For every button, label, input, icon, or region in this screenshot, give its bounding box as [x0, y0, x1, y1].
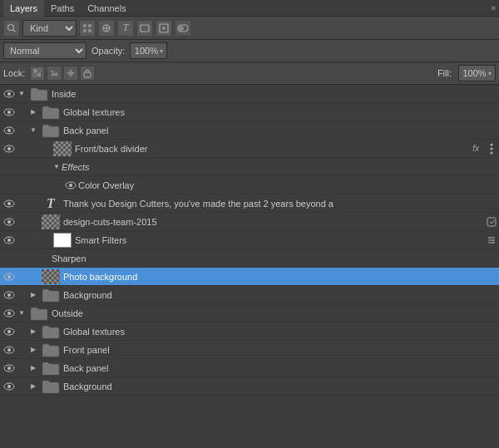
svg-point-56 — [7, 385, 11, 388]
panel-expand-icon[interactable]: » — [491, 3, 496, 12]
layer-name: Outside — [52, 308, 497, 318]
layer-row[interactable]: ▶Smart Filters — [0, 231, 499, 249]
svg-point-20 — [7, 111, 11, 114]
lock-image-btn[interactable] — [47, 66, 62, 81]
layer-row[interactable]: ▶Photo background — [0, 268, 499, 286]
svg-rect-14 — [37, 69, 41, 72]
layer-visibility-toggle[interactable] — [2, 231, 17, 249]
lock-all-btn[interactable] — [80, 66, 95, 81]
layer-name: Global textures — [63, 107, 497, 117]
layer-visibility-toggle[interactable] — [2, 213, 17, 231]
layer-row[interactable]: ▼Effects — [0, 158, 499, 176]
layer-visibility-toggle[interactable] — [2, 121, 17, 140]
search-icon[interactable] — [3, 20, 20, 37]
kind-select[interactable]: Kind — [22, 20, 77, 37]
layer-row[interactable]: ▶Front/back dividerfx — [0, 140, 499, 158]
expand-arrow[interactable]: ▶ — [28, 327, 38, 337]
lock-icons — [30, 66, 95, 81]
expand-arrow[interactable]: ▶ — [28, 345, 38, 355]
layer-row[interactable]: ▶ Global textures — [0, 103, 499, 121]
tab-bar: Layers Paths Channels » — [0, 0, 499, 17]
expand-arrow[interactable]: ▶ — [28, 290, 38, 300]
filter-toolbar: Kind T — [0, 17, 499, 40]
svg-point-36 — [7, 239, 11, 242]
effect-visibility-toggle[interactable] — [63, 176, 78, 194]
layer-name: Front panel — [63, 345, 497, 355]
layer-row[interactable]: ▼ Inside — [0, 85, 499, 103]
svg-point-33 — [7, 220, 11, 224]
layer-name: Background — [63, 290, 497, 300]
smart-filter-icon[interactable] — [156, 20, 172, 37]
layer-name: Inside — [52, 89, 497, 99]
layer-row[interactable]: Color Overlay — [0, 176, 499, 194]
lock-position-btn[interactable] — [63, 66, 78, 81]
layer-row[interactable]: ▼ Outside — [0, 304, 499, 322]
layer-visibility-toggle[interactable] — [2, 249, 17, 268]
pixel-filter-icon[interactable] — [79, 20, 96, 37]
layer-row[interactable]: Sharpen — [0, 249, 499, 268]
layer-name: Back panel — [63, 363, 497, 373]
layer-thumbnail — [53, 141, 72, 156]
layer-row[interactable]: ▶ Background — [0, 286, 499, 304]
layers-list: ▼ Inside ▶ Global textures ▼ Back panel … — [0, 85, 499, 446]
svg-rect-13 — [33, 73, 37, 76]
layer-row[interactable]: ▶TThank you Design Cutters, you've made … — [0, 194, 499, 213]
lock-transparent-btn[interactable] — [30, 66, 45, 81]
expand-arrow[interactable]: ▼ — [52, 162, 62, 172]
svg-rect-16 — [84, 72, 91, 77]
layer-visibility-toggle[interactable] — [2, 286, 17, 304]
layer-visibility-toggle[interactable] — [2, 140, 17, 158]
layer-visibility-toggle[interactable] — [2, 85, 17, 103]
svg-rect-3 — [88, 24, 91, 27]
layer-thumbnail: T — [42, 196, 60, 211]
blend-opacity-toolbar: Normal Opacity: 100% ▾ — [0, 40, 499, 62]
tab-channels[interactable]: Channels — [81, 0, 132, 17]
layer-row[interactable]: ▶ Global textures — [0, 322, 499, 341]
layer-visibility-toggle[interactable] — [2, 359, 17, 377]
svg-point-31 — [7, 202, 11, 205]
svg-point-46 — [7, 293, 11, 297]
layer-row[interactable]: ▶design-cuts-team-2015 — [0, 213, 499, 231]
type-filter-icon[interactable]: T — [117, 20, 134, 37]
layer-visibility-toggle[interactable] — [2, 341, 17, 359]
toggle-filter-icon[interactable] — [175, 20, 191, 37]
lock-label: Lock: — [3, 68, 25, 78]
layer-row[interactable]: ▶ Background — [0, 377, 499, 396]
layer-visibility-toggle[interactable] — [2, 103, 17, 121]
expand-arrow[interactable]: ▶ — [28, 107, 38, 117]
expand-arrow[interactable]: ▶ — [28, 363, 38, 373]
blend-mode-select[interactable]: Normal — [3, 42, 86, 59]
svg-point-25 — [491, 143, 493, 145]
layer-name: Sharpen — [52, 254, 497, 263]
svg-rect-2 — [83, 24, 86, 27]
layer-row[interactable]: ▶ Back panel — [0, 359, 499, 377]
tab-layers[interactable]: Layers — [3, 0, 44, 17]
expand-arrow[interactable]: ▼ — [28, 126, 38, 135]
layer-visibility-toggle[interactable] — [2, 304, 17, 322]
adjustment-filter-icon[interactable] — [98, 20, 115, 37]
layer-visibility-toggle[interactable] — [2, 377, 17, 396]
layer-visibility-toggle[interactable] — [2, 268, 17, 286]
layer-row[interactable]: ▶ Front panel — [0, 341, 499, 359]
tab-paths[interactable]: Paths — [44, 0, 81, 17]
svg-point-48 — [7, 312, 11, 315]
layer-visibility-toggle[interactable] — [2, 176, 17, 194]
svg-point-0 — [8, 24, 14, 30]
layer-name: Global textures — [63, 327, 497, 337]
opacity-value[interactable]: 100% ▾ — [130, 42, 167, 59]
expand-arrow[interactable]: ▶ — [28, 382, 38, 391]
expand-arrow[interactable]: ▼ — [17, 308, 27, 318]
svg-point-24 — [7, 147, 11, 150]
svg-rect-12 — [37, 73, 41, 76]
svg-point-26 — [491, 147, 493, 150]
shape-filter-icon[interactable] — [136, 20, 153, 37]
svg-point-52 — [7, 348, 11, 352]
layer-visibility-toggle[interactable] — [2, 194, 17, 213]
svg-point-10 — [179, 26, 184, 31]
layer-thumbnail — [53, 233, 72, 248]
layer-visibility-toggle[interactable] — [2, 158, 17, 176]
fill-value[interactable]: 100% ▾ — [458, 65, 496, 81]
layer-visibility-toggle[interactable] — [2, 322, 17, 341]
expand-arrow[interactable]: ▼ — [17, 89, 27, 99]
layer-row[interactable]: ▼ Back panel — [0, 121, 499, 140]
